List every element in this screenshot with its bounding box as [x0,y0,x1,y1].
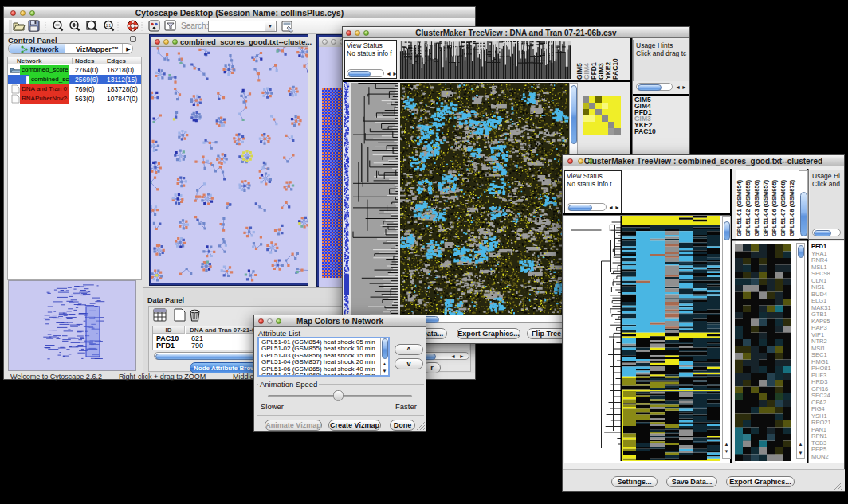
svg-text:GPL51-01 (GSM854): GPL51-01 (GSM854) [736,179,743,236]
svg-text:GPL51-04 (GSM857): GPL51-04 (GSM857) [762,179,769,236]
svg-text:GPL51-06 (GSM865): GPL51-06 (GSM865) [771,179,778,236]
svg-text:GPL51-02 (GSM855): GPL51-02 (GSM855) [744,179,752,236]
svg-text:GPL51-08 (GSM872): GPL51-08 (GSM872) [788,179,795,236]
svg-text:GPL51-03 (GSM856): GPL51-03 (GSM856) [753,179,760,236]
svg-text:GPL51-07 (GSM868): GPL51-07 (GSM868) [779,179,787,236]
svg-text:PAC10: PAC10 [611,58,619,80]
svg-text:PAC10: PAC10 [634,127,656,135]
svg-text:MON2: MON2 [811,453,829,460]
svg-text:1:1: 1:1 [106,24,112,28]
